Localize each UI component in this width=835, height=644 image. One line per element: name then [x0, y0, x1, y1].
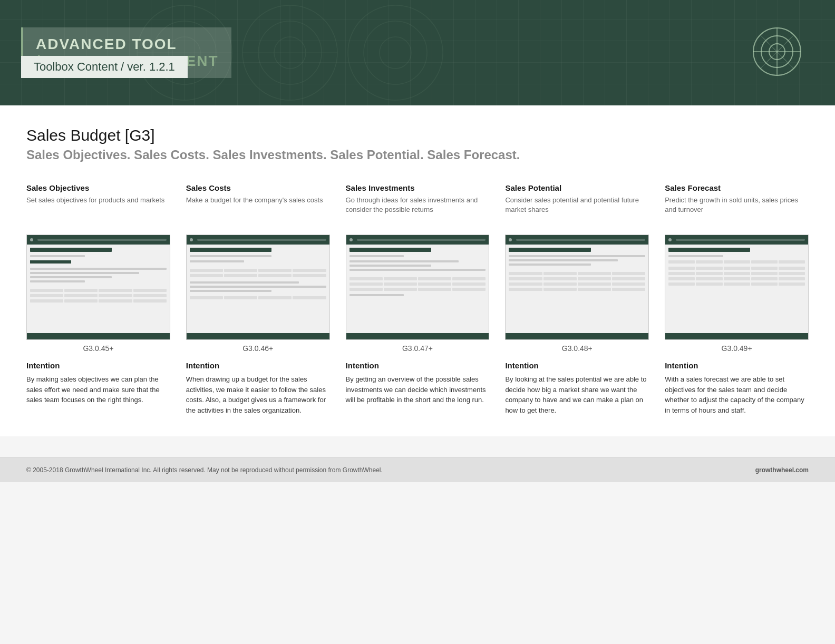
card-badge-2: G3.0.47+: [346, 344, 490, 353]
page-title-text: Sales Budget: [26, 126, 120, 144]
intention-text-0: By making sales objectives we can plan t…: [26, 374, 170, 405]
svg-point-12: [380, 37, 411, 69]
page-subtitle: Sales Objectives. Sales Costs. Sales Inv…: [26, 148, 809, 162]
card-title-1: Sales Costs: [186, 183, 330, 192]
card-image-2: [346, 235, 490, 340]
card-image-1: [186, 235, 330, 340]
card-description-4: Predict the growth in sold units, sales …: [665, 196, 809, 227]
card-description-1: Make a budget for the company's sales co…: [186, 196, 330, 227]
card-title-0: Sales Objectives: [26, 183, 170, 192]
intention-title-2: Intention: [346, 361, 490, 370]
svg-point-11: [364, 21, 427, 84]
card-badge-1: G3.0.46+: [186, 344, 330, 353]
card-badge-4: G3.0.49+: [665, 344, 809, 353]
intention-text-1: When drawing up a budget for the sales a…: [186, 374, 330, 415]
svg-point-10: [348, 5, 443, 100]
header-version-text: Toolbox Content / ver. 1.2.1: [34, 60, 175, 73]
card-title-4: Sales Forecast: [665, 183, 809, 192]
intention-text-2: By getting an overview of the possible s…: [346, 374, 490, 405]
card-1: Sales Costs Make a budget for the compan…: [186, 183, 330, 415]
card-description-0: Set sales objectives for products and ma…: [26, 196, 170, 227]
intention-title-0: Intention: [26, 361, 170, 370]
card-badge-3: G3.0.48+: [505, 344, 649, 353]
card-2: Sales Investments Go through ideas for s…: [346, 183, 490, 415]
header-version-block: Toolbox Content / ver. 1.2.1: [21, 56, 188, 78]
page-title-section: Sales Budget [G3] Sales Objectives. Sale…: [26, 126, 809, 162]
page-title-bracket: [G3]: [125, 126, 155, 144]
footer-copyright: © 2005-2018 GrowthWheel International In…: [26, 466, 383, 474]
intention-text-3: By looking at the sales potential we are…: [505, 374, 649, 415]
card-image-0: [26, 235, 170, 340]
page-title: Sales Budget [G3]: [26, 126, 809, 144]
card-0: Sales Objectives Set sales objectives fo…: [26, 183, 170, 415]
card-description-3: Consider sales potential and potential f…: [505, 196, 649, 227]
card-image-3: [505, 235, 649, 340]
intention-text-4: With a sales forecast we are able to set…: [665, 374, 809, 415]
page-header: ADVANCED TOOL /SALES MANAGEMENT Toolbox …: [0, 0, 835, 105]
header-advanced-text: ADVANCED TOOL: [36, 36, 219, 53]
card-4: Sales Forecast Predict the growth in sol…: [665, 183, 809, 415]
card-badge-0: G3.0.45+: [26, 344, 170, 353]
cards-grid: Sales Objectives Set sales objectives fo…: [26, 183, 809, 415]
main-content: Sales Budget [G3] Sales Objectives. Sale…: [0, 105, 835, 436]
card-image-4: [665, 235, 809, 340]
growthwheel-logo-icon: [751, 25, 803, 78]
page-footer: © 2005-2018 GrowthWheel International In…: [0, 457, 835, 482]
card-title-3: Sales Potential: [505, 183, 649, 192]
intention-title-3: Intention: [505, 361, 649, 370]
header-logo: [751, 25, 803, 80]
card-title-2: Sales Investments: [346, 183, 490, 192]
intention-title-4: Intention: [665, 361, 809, 370]
footer-website: growthwheel.com: [755, 466, 809, 474]
card-3: Sales Potential Consider sales potential…: [505, 183, 649, 415]
intention-title-1: Intention: [186, 361, 330, 370]
card-description-2: Go through ideas for sales investments a…: [346, 196, 490, 227]
